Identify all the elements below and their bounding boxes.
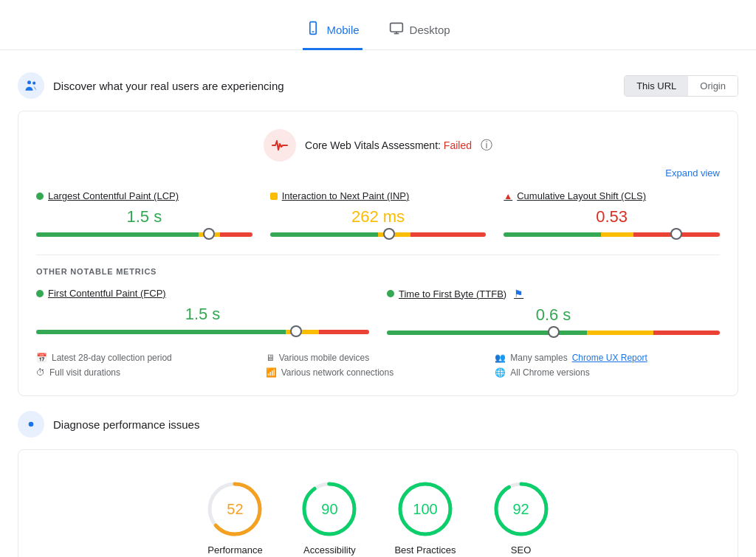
seo-score-item: 92 SEO <box>492 480 551 556</box>
fcp-value: 1.5 s <box>36 305 369 324</box>
cls-bar-marker <box>672 229 681 238</box>
lcp-bar-green <box>36 232 199 237</box>
fcp-label[interactable]: First Contentful Paint (FCP) <box>36 288 369 299</box>
performance-score-item: 52 Performance <box>205 480 264 556</box>
cwv-help-icon[interactable]: ⓘ <box>481 138 492 153</box>
inp-bar-orange <box>378 232 410 237</box>
performance-score-label: Performance <box>207 544 262 556</box>
monitor-icon: 🖥 <box>266 353 275 363</box>
ttfb-bar-red <box>653 331 720 335</box>
expand-view-link[interactable]: Expand view <box>36 167 720 179</box>
inp-value: 262 ms <box>270 207 487 226</box>
diagnose-bar: Diagnose performance issues <box>18 411 738 437</box>
lcp-bar-marker <box>205 229 213 238</box>
people-icon2: 👥 <box>495 353 506 363</box>
fcp-bar-green <box>36 330 286 334</box>
svg-point-6 <box>32 82 35 85</box>
info-footer: 📅 Latest 28-day collection period 🖥 Vari… <box>36 353 720 378</box>
inp-indicator <box>270 193 278 200</box>
ttfb-bar <box>387 331 720 335</box>
cwv-title: Core Web Vitals Assessment: Failed <box>305 139 472 151</box>
seo-score-value: 92 <box>512 501 529 518</box>
tab-desktop[interactable]: Desktop <box>386 12 453 50</box>
cwv-status: Failed <box>444 139 472 151</box>
cls-label[interactable]: ▲ Cumulative Layout Shift (CLS) <box>504 190 720 201</box>
lcp-indicator <box>36 193 44 200</box>
wifi-icon: 📶 <box>266 367 277 378</box>
tab-desktop-label: Desktop <box>410 24 450 36</box>
cwv-icon <box>264 129 296 162</box>
diagnose-title: Diagnose performance issues <box>53 418 199 431</box>
best-practices-score-value: 100 <box>413 501 437 518</box>
other-metrics-label: OTHER NOTABLE METRICS <box>36 267 720 276</box>
svg-point-5 <box>27 80 31 84</box>
diagnose-icon <box>18 411 44 437</box>
info-samples: 👥 Many samples Chrome UX Report <box>495 353 720 363</box>
svg-rect-2 <box>390 23 402 32</box>
accessibility-score-item: 90 Accessibility <box>300 480 359 556</box>
info-visit-duration: ⏱ Full visit durations <box>36 367 261 378</box>
cls-bar-green <box>504 232 601 237</box>
lcp-label[interactable]: Largest Contentful Paint (LCP) <box>36 190 252 201</box>
url-toggle: This URL Origin <box>624 75 738 97</box>
diagnose-card: 52 Performance 90 Accessibility <box>18 449 738 557</box>
info-collection-period: 📅 Latest 28-day collection period <box>36 353 261 363</box>
inp-bar-green <box>270 232 378 237</box>
this-url-button[interactable]: This URL <box>625 76 688 96</box>
fcp-bar-marker <box>292 327 300 336</box>
fcp-metric: First Contentful Paint (FCP) 1.5 s <box>36 288 369 335</box>
calendar-icon: 📅 <box>36 353 47 363</box>
tab-mobile-label: Mobile <box>326 24 359 36</box>
info-chrome-versions: 🌐 All Chrome versions <box>495 367 720 378</box>
lcp-bar <box>36 232 252 237</box>
cls-bar-orange <box>601 232 633 237</box>
inp-metric: Interaction to Next Paint (INP) 262 ms <box>270 190 487 237</box>
svg-rect-0 <box>310 22 316 35</box>
section-divider <box>36 255 720 255</box>
real-users-left: Discover what your real users are experi… <box>18 72 284 99</box>
best-practices-score-label: Best Practices <box>394 544 456 556</box>
performance-score-circle: 52 <box>205 480 264 539</box>
real-users-title: Discover what your real users are experi… <box>53 80 284 92</box>
inp-bar-marker <box>385 229 394 238</box>
best-practices-score-circle: 100 <box>396 480 455 539</box>
cwv-metrics-row: Largest Contentful Paint (LCP) 1.5 s Int… <box>36 190 720 237</box>
ttfb-label[interactable]: Time to First Byte (TTFB) ⚑ <box>387 288 720 300</box>
cls-metric: ▲ Cumulative Layout Shift (CLS) 0.53 <box>504 190 720 237</box>
tab-mobile[interactable]: Mobile <box>303 12 362 50</box>
chrome-icon: 🌐 <box>495 367 506 378</box>
ttfb-indicator <box>387 290 394 297</box>
inp-label[interactable]: Interaction to Next Paint (INP) <box>270 190 487 201</box>
seo-score-circle: 92 <box>492 480 551 539</box>
accessibility-score-circle: 90 <box>300 480 359 539</box>
accessibility-score-value: 90 <box>321 501 337 518</box>
mobile-icon <box>306 21 320 39</box>
fcp-bar-red <box>319 330 369 334</box>
seo-score-label: SEO <box>511 544 531 556</box>
performance-score-value: 52 <box>227 501 243 518</box>
other-metrics-row: First Contentful Paint (FCP) 1.5 s Time … <box>36 288 720 335</box>
real-users-bar: Discover what your real users are experi… <box>18 65 738 111</box>
chrome-ux-report-link[interactable]: Chrome UX Report <box>572 353 647 363</box>
svg-point-8 <box>29 422 34 427</box>
lcp-value: 1.5 s <box>36 207 252 226</box>
desktop-icon <box>389 21 404 39</box>
origin-button[interactable]: Origin <box>688 76 738 96</box>
cls-indicator: ▲ <box>504 191 512 201</box>
ttfb-bar-marker <box>549 328 558 336</box>
scores-row: 52 Performance 90 Accessibility <box>36 468 720 557</box>
fcp-indicator <box>36 290 44 297</box>
main-content: Discover what your real users are experi… <box>0 50 756 557</box>
clock-icon: ⏱ <box>36 367 45 378</box>
info-network: 📶 Various network connections <box>266 367 491 378</box>
ttfb-value: 0.6 s <box>387 305 720 325</box>
info-mobile-devices: 🖥 Various mobile devices <box>266 353 491 363</box>
real-users-icon <box>18 72 44 99</box>
cwv-card: Core Web Vitals Assessment: Failed ⓘ Exp… <box>18 111 738 396</box>
accessibility-score-label: Accessibility <box>303 544 356 556</box>
inp-bar <box>270 232 487 237</box>
cwv-header: Core Web Vitals Assessment: Failed ⓘ <box>36 129 720 162</box>
cls-bar <box>504 232 720 237</box>
fcp-bar <box>36 330 369 334</box>
inp-bar-red <box>410 232 486 237</box>
